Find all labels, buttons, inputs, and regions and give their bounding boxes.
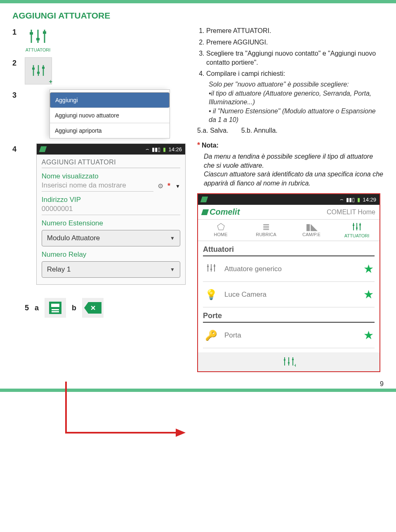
list-item[interactable]: Attuatore generico ★ bbox=[203, 256, 375, 282]
add-attuatore-tile[interactable]: + bbox=[25, 57, 52, 84]
svg-rect-27 bbox=[284, 359, 285, 361]
step-4: Compilare i campi richiesti: Solo per "n… bbox=[206, 69, 384, 124]
note-block: *Nota: Da menu a tendina è possibile sce… bbox=[197, 141, 384, 187]
menu-item-nuovo-attuatore[interactable]: Aggiungi nuovo attuatore bbox=[50, 108, 170, 123]
step-4-bullet-2: • il "Numero Estensione" (Modulo attuato… bbox=[209, 107, 384, 124]
right-column: Premere ATTUATORI. Premere AGGIUNGI. Sce… bbox=[197, 26, 384, 372]
signal-icon: ▮▮▯ bbox=[346, 197, 355, 203]
svg-text:+: + bbox=[294, 363, 296, 368]
chevron-down-icon[interactable]: ▼ bbox=[175, 183, 180, 189]
battery-icon: ▮ bbox=[163, 146, 166, 152]
list-item[interactable]: 💡 Luce Camera ★ bbox=[203, 282, 375, 307]
status-time: 14:26 bbox=[168, 146, 182, 152]
sliders-grey-icon bbox=[204, 263, 219, 275]
menu-item-aggiungi[interactable]: Aggiungi bbox=[50, 92, 170, 108]
save-cancel-row: 5 a b ✕ bbox=[25, 298, 186, 318]
star-icon[interactable]: ★ bbox=[363, 262, 374, 276]
step-4-intro: Solo per "nuovo attuatore" è possibile s… bbox=[209, 80, 384, 89]
cancel-icon: ✕ bbox=[84, 302, 101, 314]
menu-item-apriporta[interactable]: Aggiungi apriporta bbox=[50, 123, 170, 138]
relay-select[interactable]: Relay 1 ▼ bbox=[42, 261, 180, 278]
cancel-button[interactable]: ✕ bbox=[82, 298, 104, 318]
tab-cam[interactable]: ▮◣CAM/P.E bbox=[289, 220, 334, 241]
note-title: Nota: bbox=[202, 142, 219, 149]
app-status-time: 14:29 bbox=[363, 197, 376, 203]
attuatori-tile[interactable]: ATTUATORI bbox=[25, 26, 51, 52]
note-asterisk-icon: * bbox=[197, 141, 200, 149]
label-a: a bbox=[35, 304, 39, 312]
ext-value: Modulo Attuatore bbox=[47, 234, 100, 242]
svg-rect-15 bbox=[353, 225, 354, 226]
tab-rubrica[interactable]: ≣RUBRICA bbox=[243, 220, 289, 241]
app-screenshot: ⌢ ▮▮▯ ▮ 14:29 Comelit COMELIT Home ⬠HOME… bbox=[197, 193, 380, 372]
section-porte-header: Porte bbox=[203, 312, 375, 323]
sliders-small-icon: ⚙ bbox=[158, 182, 163, 190]
star-icon[interactable]: ★ bbox=[363, 328, 374, 342]
lightbulb-icon: 💡 bbox=[204, 289, 219, 300]
star-icon[interactable]: ★ bbox=[363, 288, 374, 301]
svg-rect-9 bbox=[32, 68, 35, 70]
attuatori-label: ATTUATORI bbox=[25, 47, 51, 52]
form-header: AGGIUNGI ATTUATORI bbox=[42, 159, 180, 168]
asterisk-icon: * bbox=[167, 182, 170, 190]
relay-label: Numero Relay bbox=[42, 251, 180, 259]
list-item-label: Attuatore generico bbox=[224, 265, 358, 273]
plus-icon: + bbox=[49, 78, 52, 85]
chevron-down-icon: ▼ bbox=[170, 235, 175, 241]
page-title: AGGIUNGI ATTUATORE bbox=[12, 11, 384, 21]
status-bar: ⌢ ▮▮▯ ▮ 14:26 bbox=[37, 144, 185, 155]
page-number: 9 bbox=[380, 380, 384, 388]
svg-rect-16 bbox=[356, 227, 358, 229]
name-input[interactable]: Inserisci nome da mostrare bbox=[42, 180, 153, 192]
svg-rect-17 bbox=[359, 224, 361, 225]
note-body-1: Da menu a tendina è possibile scegliere … bbox=[204, 153, 373, 169]
tab-attuatori[interactable]: ATTUATORI bbox=[334, 220, 380, 241]
svg-rect-10 bbox=[37, 72, 40, 74]
svg-rect-28 bbox=[288, 362, 290, 363]
step-number-4: 4 bbox=[12, 143, 24, 154]
svg-rect-3 bbox=[30, 32, 33, 35]
list-item-label: Porta bbox=[224, 331, 358, 340]
step-number-2: 2 bbox=[12, 57, 25, 68]
vip-input[interactable]: 00000001 bbox=[42, 204, 180, 215]
signal-icon: ▮▮▯ bbox=[152, 146, 160, 152]
save-button[interactable] bbox=[45, 298, 66, 318]
svg-rect-29 bbox=[292, 359, 294, 360]
label-b: b bbox=[72, 304, 76, 312]
step-2: Premere AGGIUNGI. bbox=[206, 38, 384, 47]
brand-logo: Comelit bbox=[202, 207, 240, 217]
sliders-icon bbox=[25, 26, 51, 46]
logo-icon bbox=[39, 146, 47, 152]
context-menu: Aggiungi Aggiungi nuovo attuatore Aggiun… bbox=[50, 89, 170, 138]
bottom-green-bar bbox=[0, 389, 396, 392]
vip-label: Indirizzo VIP bbox=[42, 196, 180, 204]
step-5b: 5.b. Annulla. bbox=[241, 127, 278, 134]
step-number-1: 1 bbox=[12, 26, 25, 37]
instruction-list: Premere ATTUATORI. Premere AGGIUNGI. Sce… bbox=[197, 26, 384, 124]
svg-rect-22 bbox=[210, 269, 212, 270]
svg-rect-11 bbox=[42, 67, 45, 69]
svg-rect-23 bbox=[214, 265, 215, 267]
brand-mark-icon bbox=[201, 209, 209, 215]
svg-rect-5 bbox=[43, 31, 46, 34]
brand-subtitle: COMELIT Home bbox=[327, 209, 375, 216]
tab-home[interactable]: ⬠HOME bbox=[198, 220, 243, 241]
list-item[interactable]: 🔑 Porta ★ bbox=[203, 323, 375, 348]
svg-rect-21 bbox=[207, 266, 209, 267]
list-item-label: Luce Camera bbox=[224, 291, 358, 299]
camera-icon: ▮◣ bbox=[289, 222, 334, 232]
key-icon: 🔑 bbox=[204, 330, 219, 341]
app-footer: + bbox=[198, 352, 380, 371]
sliders-plus-icon bbox=[29, 63, 47, 78]
ext-label: Numero Estensione bbox=[42, 219, 180, 227]
sliders-plus-icon[interactable]: + bbox=[282, 356, 296, 368]
logo-icon bbox=[200, 197, 208, 202]
chevron-down-icon: ▼ bbox=[170, 267, 175, 272]
wifi-icon: ⌢ bbox=[340, 196, 344, 203]
svg-rect-4 bbox=[36, 38, 40, 40]
step-number-3: 3 bbox=[12, 89, 25, 100]
note-body-2: Ciascun attuatore sarà identificato da u… bbox=[204, 171, 383, 187]
phone-form-screenshot: ⌢ ▮▮▯ ▮ 14:26 AGGIUNGI ATTUATORI Nome vi… bbox=[36, 143, 186, 285]
ext-select[interactable]: Modulo Attuatore ▼ bbox=[42, 230, 180, 246]
top-green-bar bbox=[0, 0, 396, 3]
